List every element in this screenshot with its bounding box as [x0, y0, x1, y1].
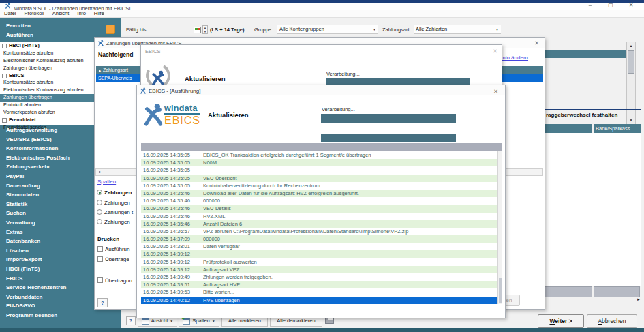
scroll-up-icon[interactable]	[627, 42, 635, 50]
main-table-header-bar	[545, 50, 626, 58]
log-message: 000000	[203, 197, 497, 205]
radio-zahlungen-3[interactable]	[97, 209, 102, 215]
main-vertical-scrollbar[interactable]	[626, 42, 636, 125]
sidebar-tree-label: EBICS	[9, 72, 24, 80]
menu-protokoll[interactable]: Protokoll	[25, 10, 44, 16]
radio-zahlungen-4[interactable]	[97, 219, 102, 224]
maximize-icon[interactable]	[605, 2, 616, 9]
help-button[interactable]: ?	[126, 316, 136, 325]
sidebar-tree-label: Vormerkposten abrufen	[3, 109, 55, 117]
scrollbar-thumb[interactable]	[499, 278, 502, 303]
log-row[interactable]: 16.09.2025 14:39:51Auftragsart HVE	[141, 281, 497, 288]
log-message: Download aller Daten für die Auftragsart…	[203, 190, 497, 197]
dialog1-help-button[interactable]: ?	[97, 298, 108, 307]
log-row[interactable]: 16.09.2025 14:40:12HVE übertragen	[141, 297, 497, 304]
radio-zahlungen-2[interactable]	[97, 200, 102, 205]
log-row[interactable]: 16.09.2025 14:35:05N00M	[141, 159, 497, 166]
favorites-orange-icon[interactable]	[106, 25, 115, 34]
aktualisieren-label: Aktualisieren	[208, 111, 249, 119]
close-icon[interactable]	[534, 40, 539, 46]
sidebar-item-programm-beenden[interactable]: Programm beenden	[0, 311, 121, 320]
menu-ansicht[interactable]: Ansicht	[52, 10, 70, 16]
menu-info[interactable]: Info	[77, 10, 86, 16]
printer-icon[interactable]	[325, 318, 334, 324]
log-row[interactable]: 16.09.2025 14:35:05EBICS_OK Tranksaktion…	[141, 151, 497, 159]
log-row[interactable]: 16.09.2025 14:37:09000000	[141, 235, 497, 243]
date-stepper[interactable]: ▲▼	[202, 25, 208, 34]
checkbox-ausfuehrung[interactable]	[97, 246, 103, 252]
log-row[interactable]: 16.09.2025 14:35:46Download aller Daten …	[141, 190, 497, 197]
checkbox-uebertragung[interactable]	[97, 256, 103, 262]
zahlungsart-header-label: Zahlungsart	[103, 67, 128, 72]
bank-table-header-cell	[545, 124, 592, 133]
kontengruppen-select[interactable]: Alle Kontengruppen	[277, 25, 378, 34]
checkbox-uebertragungsprotokoll[interactable]	[97, 277, 103, 283]
scroll-right-icon[interactable]	[637, 297, 641, 301]
faellig-bis-label: Fällig bis	[126, 27, 147, 33]
menu-hilfe[interactable]: Hilfe	[94, 10, 104, 16]
scroll-down-icon[interactable]	[627, 117, 635, 124]
log-timestamp: 16.09.2025 14:35:05	[141, 159, 203, 166]
log-timestamp: 16.09.2025 14:39:51	[141, 281, 203, 288]
log-row[interactable]: 16.09.2025 14:35:46Anzahl Dateien 6	[141, 220, 497, 228]
statusbar-strip	[0, 328, 644, 332]
ls-tage-label: (LS + 14 Tage)	[210, 27, 245, 33]
tree-expand-icon[interactable]	[2, 118, 7, 123]
windata-app-icon	[5, 3, 11, 9]
columns-grid-icon	[183, 318, 190, 325]
sidebar-tree-label: Fremddatei	[9, 117, 35, 124]
log-row[interactable]: 16.09.2025 14:39:12Prüfprotokoll auswert…	[141, 258, 497, 266]
footer-header-cell	[594, 286, 640, 297]
sidebar-tree-label: HBCI (FinTS)	[9, 42, 40, 50]
log-timestamp: 16.09.2025 14:35:05	[141, 182, 203, 190]
log-scrollbar[interactable]	[497, 151, 502, 304]
log-row[interactable]: 16.09.2025 14:39:12	[141, 250, 497, 258]
termin-aendern-link[interactable]: min ändern	[501, 55, 528, 61]
log-row[interactable]: 16.09.2025 14:35:05Kontoinhaberverifizie…	[141, 182, 497, 190]
spalten-link[interactable]: Spalten	[97, 179, 116, 185]
auftraggeberwechsel-label: raggeberwechsel festhalten	[546, 112, 617, 118]
log-list: 16.09.2025 14:35:05EBICS_OK Tranksaktion…	[141, 151, 497, 304]
sidebar-item-favoriten[interactable]: Favoriten	[0, 21, 121, 31]
view-grid-icon	[142, 318, 149, 325]
window-titlebar: windata 9 SQL - [Zahlungen übertragen mi…	[0, 3, 644, 10]
log-row[interactable]: 16.09.2025 14:35:46VEU-Details	[141, 205, 497, 212]
log-row[interactable]: 16.09.2025 14:35:05	[141, 166, 497, 174]
close-icon[interactable]	[626, 2, 637, 9]
faellig-bis-input[interactable]	[153, 26, 194, 35]
log-time-column-header[interactable]	[141, 143, 202, 151]
calendar-icon[interactable]	[194, 27, 201, 33]
radio-zahlungen-1[interactable]	[97, 190, 102, 195]
log-row[interactable]: 16.09.2025 14:35:05VEU-Übersicht	[141, 175, 497, 182]
menu-datei[interactable]: Datei	[4, 10, 16, 16]
tree-expand-icon[interactable]	[2, 74, 7, 78]
abbrechen-button[interactable]: Abbrechen	[587, 314, 637, 328]
weiter-button[interactable]: Weiter >	[538, 314, 584, 328]
sidebar-tree-label: Kontoumsätze abrufen	[3, 50, 53, 57]
scrollbar-thumb[interactable]	[628, 50, 634, 74]
log-timestamp: 16.09.2025 14:39:53	[141, 288, 203, 296]
log-timestamp: 16.09.2025 14:37:09	[141, 235, 203, 243]
zahlarten-select[interactable]: Alle Zahlarten	[414, 25, 501, 34]
log-timestamp: 16.09.2025 14:39:12	[141, 266, 203, 273]
minimize-icon[interactable]	[585, 2, 596, 9]
log-timestamp: 16.09.2025 14:35:46	[141, 190, 203, 197]
log-row[interactable]: 16.09.2025 14:35:46HVZ.XML	[141, 213, 497, 220]
log-row[interactable]: 16.09.2025 14:39:49Zhlungen werden freig…	[141, 273, 497, 281]
log-row[interactable]: 16.09.2025 14:39:12Auftragsart VPZ	[141, 266, 497, 273]
log-message-column-header[interactable]	[202, 143, 502, 151]
log-row[interactable]: 16.09.2025 14:35:46000000	[141, 197, 497, 205]
dialog3-titlebar: EBICS - [Ausführung]	[137, 85, 505, 95]
log-message	[203, 166, 497, 174]
progress-bar-1	[321, 114, 456, 123]
close-icon[interactable]	[493, 48, 497, 55]
zahlarten-value: Alle Zahlarten	[416, 26, 447, 32]
tree-expand-icon[interactable]	[2, 44, 7, 48]
chevron-down-icon	[170, 319, 173, 323]
close-icon[interactable]	[493, 88, 498, 95]
separator-line	[545, 109, 641, 110]
log-row[interactable]: 16.09.2025 14:39:53Bitte warten...	[141, 288, 497, 296]
log-row[interactable]: 16.09.2025 14:36:57VPZ abrufen C:\Progra…	[141, 228, 497, 235]
log-message: Auftragsart VPZ	[203, 266, 497, 273]
log-row[interactable]: 16.09.2025 14:38:01Daten verfügbar	[141, 243, 497, 250]
